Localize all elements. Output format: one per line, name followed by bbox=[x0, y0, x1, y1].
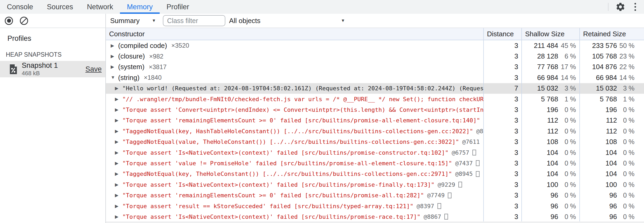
object-id: @8945 bbox=[455, 171, 473, 177]
object-id: @7437 bbox=[455, 160, 473, 167]
sidebar-item-snapshot-1[interactable]: Snapshot 1 468 kB Save bbox=[0, 61, 105, 77]
objects-scope-select[interactable]: All objects ▼ bbox=[229, 17, 345, 25]
retained-size-percent: 0 % bbox=[617, 170, 634, 178]
missing-glyph-box-icon bbox=[476, 160, 480, 166]
table-row-14[interactable]: ▶"Torque assert 'Is<NativeContext>(conte… bbox=[106, 179, 644, 190]
distance-cell: 3 bbox=[483, 126, 521, 136]
snapshot-name: Snapshot 1 bbox=[22, 62, 58, 70]
shallow-size-percent: 1 % bbox=[558, 95, 576, 103]
distance-cell: 3 bbox=[483, 201, 521, 211]
column-header-distance[interactable]: Distance bbox=[483, 28, 521, 40]
collapsed-triangle-icon[interactable]: ▶ bbox=[115, 171, 122, 177]
retained-size-cell: 1080 % bbox=[579, 137, 644, 147]
shallow-size-percent: 0 % bbox=[558, 170, 576, 178]
shallow-size-value: 28 128 bbox=[522, 52, 558, 60]
instance-count: ×3817 bbox=[149, 63, 167, 71]
constructor-cell: ▶"TaggedNotEqual(value, TheHoleConstant(… bbox=[106, 137, 483, 147]
table-row-8[interactable]: ▶"Torque assert 'remainingElementsCount … bbox=[106, 115, 644, 126]
tabbar-right-controls bbox=[608, 0, 644, 14]
heap-snapshot-file-icon bbox=[9, 64, 18, 75]
shallow-size-cell: 960 % bbox=[521, 211, 579, 221]
table-row-4[interactable]: ▼(string)×1840366 98414 %66 98414 % bbox=[106, 72, 644, 83]
collapsed-triangle-icon[interactable]: ▶ bbox=[115, 203, 122, 209]
retained-size-percent: 0 % bbox=[617, 117, 634, 124]
perspective-select-value: Summary bbox=[110, 17, 140, 25]
collapsed-triangle-icon[interactable]: ▶ bbox=[111, 53, 118, 59]
column-header-retained-size[interactable]: Retained Size bbox=[579, 28, 644, 40]
table-row-9[interactable]: ▶"TaggedNotEqual(key, HashTableHoleConst… bbox=[106, 126, 644, 136]
horizontal-scrollbar[interactable] bbox=[106, 221, 644, 223]
retained-size-value: 5 768 bbox=[580, 95, 617, 103]
string-value: "Torque assert 'remainingElementsCount >… bbox=[122, 192, 424, 199]
datagrid-body: ▶(compiled code)×35203211 48445 %233 576… bbox=[106, 40, 644, 221]
heap-snapshots-section-title: HEAP SNAPSHOTS bbox=[6, 51, 105, 58]
shallow-size-cell: 66 98414 % bbox=[521, 72, 579, 83]
collapsed-triangle-icon[interactable]: ▶ bbox=[115, 118, 122, 123]
shallow-size-value: 96 bbox=[522, 202, 558, 210]
table-row-2[interactable]: ▶(closure)×982328 1286 %105 76823 % bbox=[106, 51, 644, 61]
record-heap-snapshot-icon[interactable] bbox=[5, 17, 13, 25]
collapsed-triangle-icon[interactable]: ▶ bbox=[115, 96, 122, 102]
table-row-12[interactable]: ▶"Torque assert 'value != PromiseHole' f… bbox=[106, 158, 644, 168]
shallow-size-percent: 0 % bbox=[558, 202, 576, 210]
save-snapshot-link[interactable]: Save bbox=[85, 65, 102, 73]
class-filter-input[interactable] bbox=[163, 15, 225, 26]
retained-size-percent: 0 % bbox=[617, 106, 634, 114]
table-row-6[interactable]: ▶"// .wrangler/tmp/bundle-FmNIt0/checked… bbox=[106, 94, 644, 104]
table-row-3[interactable]: ▶(system)×3817377 76817 %104 87622 % bbox=[106, 62, 644, 72]
shallow-size-percent: 0 % bbox=[558, 138, 576, 146]
retained-size-cell: 1000 % bbox=[579, 179, 644, 190]
tab-console[interactable]: Console bbox=[0, 0, 40, 14]
collapsed-triangle-icon[interactable]: ▶ bbox=[115, 160, 122, 166]
table-row-10[interactable]: ▶"TaggedNotEqual(value, TheHoleConstant(… bbox=[106, 137, 644, 147]
distance-cell: 3 bbox=[483, 147, 521, 158]
column-header-shallow-size[interactable]: Shallow Size bbox=[521, 28, 579, 40]
column-header-constructor[interactable]: Constructor bbox=[106, 28, 483, 40]
table-row-5[interactable]: ▶"Hello world! (Requested at: 2024-08-19… bbox=[106, 83, 644, 94]
settings-gear-icon[interactable] bbox=[615, 2, 625, 12]
shallow-size-percent: 0 % bbox=[558, 191, 576, 199]
table-row-1[interactable]: ▶(compiled code)×35203211 48445 %233 576… bbox=[106, 40, 644, 51]
collapsed-triangle-icon[interactable]: ▶ bbox=[115, 150, 122, 155]
retained-size-cell: 1040 % bbox=[579, 158, 644, 168]
distance-cell: 7 bbox=[483, 83, 521, 94]
shallow-size-percent: 14 % bbox=[558, 74, 576, 82]
shallow-size-cell: 1120 % bbox=[521, 115, 579, 126]
table-row-13[interactable]: ▶"TaggedNotEqual(key, TheHoleConstant())… bbox=[106, 169, 644, 179]
collapsed-triangle-icon[interactable]: ▶ bbox=[111, 64, 118, 70]
collapsed-triangle-icon[interactable]: ▶ bbox=[115, 182, 122, 188]
retained-size-cell: 105 76823 % bbox=[579, 51, 644, 61]
collapsed-triangle-icon[interactable]: ▶ bbox=[115, 86, 122, 91]
collapsed-triangle-icon[interactable]: ▶ bbox=[115, 128, 122, 134]
retained-size-cell: 66 98414 % bbox=[579, 72, 644, 83]
tab-network[interactable]: Network bbox=[80, 0, 120, 14]
object-id: @6757 bbox=[452, 149, 469, 156]
table-row-16[interactable]: ▶"Torque assert 'result == kStoreSuccede… bbox=[106, 201, 644, 211]
expanded-triangle-icon[interactable]: ▼ bbox=[111, 75, 118, 80]
tab-sources[interactable]: Sources bbox=[40, 0, 80, 14]
shallow-size-value: 104 bbox=[522, 159, 558, 167]
collapsed-triangle-icon[interactable]: ▶ bbox=[111, 43, 118, 48]
table-row-15[interactable]: ▶"Torque assert 'remainingElementsCount … bbox=[106, 190, 644, 200]
table-row-7[interactable]: ▶"Torque assert 'Convert<uintptr>(endInd… bbox=[106, 104, 644, 115]
collapsed-triangle-icon[interactable]: ▶ bbox=[115, 107, 122, 113]
shallow-size-percent: 3 % bbox=[558, 84, 576, 92]
shallow-size-cell: 15 0323 % bbox=[521, 83, 579, 94]
retained-size-percent: 50 % bbox=[617, 42, 634, 50]
table-row-11[interactable]: ▶"Torque assert 'Is<NativeContext>(conte… bbox=[106, 147, 644, 158]
clear-profiles-icon[interactable] bbox=[20, 17, 28, 25]
perspective-select[interactable]: Summary ▼ bbox=[110, 17, 156, 25]
tab-memory[interactable]: Memory bbox=[120, 0, 160, 14]
shallow-size-percent: 6 % bbox=[558, 52, 576, 60]
collapsed-triangle-icon[interactable]: ▶ bbox=[115, 214, 122, 220]
retained-size-value: 100 bbox=[580, 181, 617, 189]
constructor-cell: ▶"TaggedNotEqual(key, TheHoleConstant())… bbox=[106, 169, 483, 179]
collapsed-triangle-icon[interactable]: ▶ bbox=[115, 193, 122, 198]
shallow-size-cell: 1000 % bbox=[521, 179, 579, 190]
tabbar-divider bbox=[608, 3, 609, 11]
more-options-kebab-icon[interactable] bbox=[632, 2, 638, 12]
string-value: "Torque assert 'value != PromiseHole' fa… bbox=[122, 160, 452, 167]
table-row-17[interactable]: ▶"Torque assert 'Is<NativeContext>(conte… bbox=[106, 211, 644, 221]
collapsed-triangle-icon[interactable]: ▶ bbox=[115, 139, 122, 145]
tab-profiler[interactable]: Profiler bbox=[160, 0, 196, 14]
